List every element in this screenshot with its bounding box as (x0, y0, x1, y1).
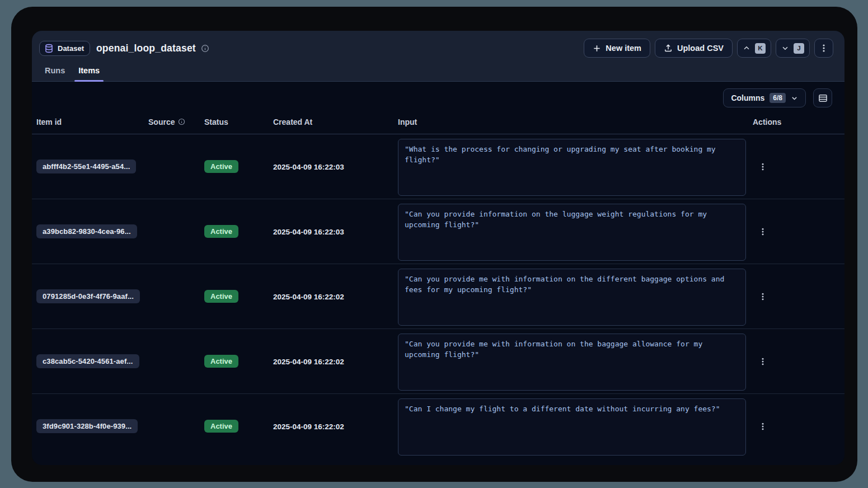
col-header-source: Source (148, 118, 204, 126)
header-bar: Dataset openai_loop_dataset New item (32, 31, 844, 82)
input-cell: "What is the process for changing or upg… (398, 134, 753, 199)
row-actions-kebab-button[interactable] (756, 355, 770, 368)
row-actions-kebab-button[interactable] (756, 160, 770, 173)
chevron-down-icon (781, 44, 789, 52)
created-at-value: 2025-04-09 16:22:03 (273, 228, 344, 236)
header-kebab-button[interactable] (814, 39, 833, 58)
status-cell: Active (204, 290, 273, 303)
tab-runs[interactable]: Runs (41, 66, 69, 81)
row-actions-kebab-button[interactable] (756, 420, 770, 433)
col-header-status: Status (204, 118, 273, 126)
kebab-icon (759, 357, 766, 366)
row-density-button[interactable] (813, 88, 832, 107)
chevron-down-icon (791, 95, 798, 102)
created-at-cell: 2025-04-09 16:22:02 (273, 356, 398, 367)
page-title: openai_loop_dataset (96, 43, 196, 54)
status-badge: Active (204, 160, 238, 173)
status-cell: Active (204, 420, 273, 433)
table-row: 0791285d-0e3f-4f76-9aaf... Active 2025-0… (32, 264, 844, 329)
database-icon (44, 44, 54, 53)
input-cell: "Can you provide information on the lugg… (398, 199, 753, 264)
tab-bar: Runs Items (41, 66, 104, 81)
item-id-pill[interactable]: c38cab5c-5420-4561-aef... (36, 354, 139, 368)
row-actions-kebab-button[interactable] (756, 225, 770, 238)
dataset-info-icon[interactable] (201, 44, 209, 53)
actions-cell (753, 355, 838, 368)
actions-cell (753, 225, 838, 238)
item-id-pill[interactable]: 3fd9c901-328b-4f0e-939... (36, 419, 138, 433)
item-id-cell: 0791285d-0e3f-4f76-9aaf... (36, 289, 148, 303)
status-cell: Active (204, 355, 273, 368)
tab-items[interactable]: Items (74, 66, 104, 81)
table-toolbar: Columns 6/8 (32, 82, 844, 110)
input-textarea[interactable]: "Can you provide information on the lugg… (398, 204, 746, 261)
dataset-type-badge: Dataset (39, 41, 90, 56)
item-id-cell: 3fd9c901-328b-4f0e-939... (36, 419, 148, 433)
plus-icon (593, 44, 601, 53)
dataset-badge-label: Dataset (58, 44, 84, 53)
status-badge: Active (204, 225, 238, 238)
actions-cell (753, 160, 838, 173)
created-at-value: 2025-04-09 16:22:02 (273, 358, 344, 366)
table-rows-icon (818, 93, 828, 103)
prev-item-button[interactable]: K (737, 39, 771, 58)
input-textarea[interactable]: "What is the process for changing or upg… (398, 139, 746, 196)
item-id-pill[interactable]: 0791285d-0e3f-4f76-9aaf... (36, 289, 140, 303)
status-badge: Active (204, 420, 238, 433)
upload-csv-button[interactable]: Upload CSV (655, 39, 733, 58)
prev-key-hint: K (755, 43, 766, 54)
columns-count-badge: 6/8 (770, 93, 786, 103)
item-id-pill[interactable]: abfff4b2-55e1-4495-a54... (36, 159, 136, 173)
chevron-up-icon (743, 44, 750, 52)
input-textarea[interactable]: "Can you provide me with information on … (398, 269, 746, 326)
table-row: c38cab5c-5420-4561-aef... Active 2025-04… (32, 329, 844, 394)
created-at-value: 2025-04-09 16:22:03 (273, 163, 344, 171)
row-actions-kebab-button[interactable] (756, 290, 770, 303)
item-id-cell: c38cab5c-5420-4561-aef... (36, 354, 148, 368)
created-at-cell: 2025-04-09 16:22:02 (273, 421, 398, 431)
kebab-icon (759, 162, 766, 171)
item-id-pill[interactable]: a39bcb82-9830-4cea-96... (36, 224, 137, 238)
table-row: a39bcb82-9830-4cea-96... Active 2025-04-… (32, 199, 844, 264)
source-info-icon[interactable] (178, 118, 185, 125)
status-badge: Active (204, 290, 238, 303)
upload-icon (664, 44, 673, 53)
table-row: 3fd9c901-328b-4f0e-939... Active 2025-04… (32, 394, 844, 458)
item-id-cell: a39bcb82-9830-4cea-96... (36, 224, 148, 238)
created-at-value: 2025-04-09 16:22:02 (273, 293, 344, 301)
input-textarea[interactable]: "Can you provide me with information on … (398, 334, 746, 391)
table-body: abfff4b2-55e1-4495-a54... Active 2025-04… (32, 134, 844, 458)
kebab-icon (820, 44, 828, 53)
status-cell: Active (204, 160, 273, 173)
table-row: abfff4b2-55e1-4495-a54... Active 2025-04… (32, 134, 844, 199)
col-header-input: Input (398, 118, 753, 126)
kebab-icon (759, 227, 766, 236)
input-cell: "Can you provide me with information on … (398, 264, 753, 329)
next-item-button[interactable]: J (776, 39, 810, 58)
col-header-created-at: Created At (273, 118, 398, 126)
created-at-value: 2025-04-09 16:22:02 (273, 423, 344, 431)
kebab-icon (759, 422, 766, 431)
col-header-actions: Actions (753, 118, 838, 126)
table-header-row: Item id Source Status Created At Input A… (32, 110, 844, 134)
kebab-icon (759, 292, 766, 301)
input-textarea[interactable]: "Can I change my flight to a different d… (398, 398, 746, 456)
status-cell: Active (204, 225, 273, 238)
app-surface: Dataset openai_loop_dataset New item (32, 31, 844, 465)
next-key-hint: J (794, 43, 804, 54)
new-item-button[interactable]: New item (584, 39, 650, 58)
actions-cell (753, 290, 838, 303)
columns-dropdown[interactable]: Columns 6/8 (723, 88, 806, 107)
col-header-item-id: Item id (36, 118, 148, 126)
status-badge: Active (204, 355, 238, 368)
actions-cell (753, 420, 838, 433)
input-cell: "Can you provide me with information on … (398, 329, 753, 393)
input-cell: "Can I change my flight to a different d… (398, 394, 753, 458)
created-at-cell: 2025-04-09 16:22:03 (273, 162, 398, 172)
created-at-cell: 2025-04-09 16:22:02 (273, 292, 398, 302)
item-id-cell: abfff4b2-55e1-4495-a54... (36, 159, 148, 173)
created-at-cell: 2025-04-09 16:22:03 (273, 227, 398, 237)
